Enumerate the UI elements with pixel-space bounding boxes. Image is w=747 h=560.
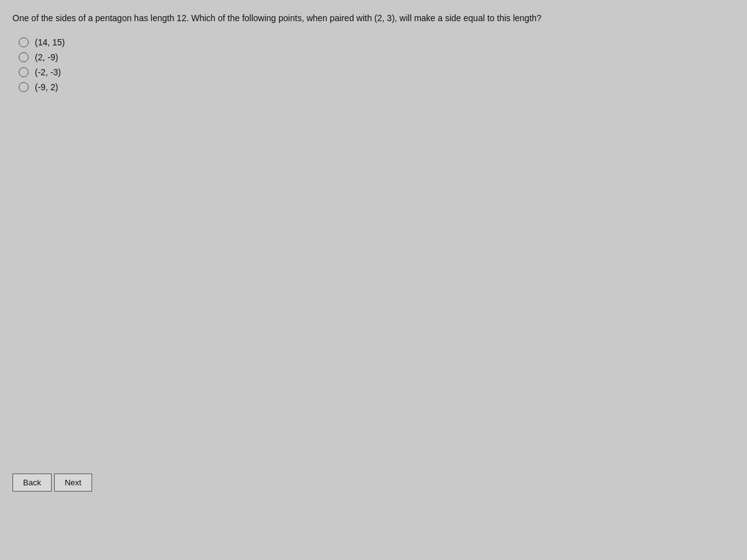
- option-label-2: (2, -9): [35, 52, 58, 62]
- radio-2[interactable]: [19, 52, 29, 62]
- buttons-container: Back Next: [12, 474, 92, 492]
- options-container: (14, 15) (2, -9) (-2, -3) (-9, 2): [19, 37, 735, 92]
- option-label-1: (14, 15): [35, 37, 65, 47]
- page-container: One of the sides of a pentagon has lengt…: [0, 0, 747, 560]
- option-label-4: (-9, 2): [35, 82, 58, 92]
- radio-1[interactable]: [19, 37, 29, 47]
- option-row-4[interactable]: (-9, 2): [19, 82, 735, 92]
- radio-4[interactable]: [19, 82, 29, 92]
- radio-3[interactable]: [19, 67, 29, 77]
- option-row-1[interactable]: (14, 15): [19, 37, 735, 47]
- option-row-3[interactable]: (-2, -3): [19, 67, 735, 77]
- question-text: One of the sides of a pentagon has lengt…: [12, 12, 735, 25]
- next-button[interactable]: Next: [54, 474, 92, 492]
- option-label-3: (-2, -3): [35, 67, 61, 77]
- option-row-2[interactable]: (2, -9): [19, 52, 735, 62]
- back-button[interactable]: Back: [12, 474, 52, 492]
